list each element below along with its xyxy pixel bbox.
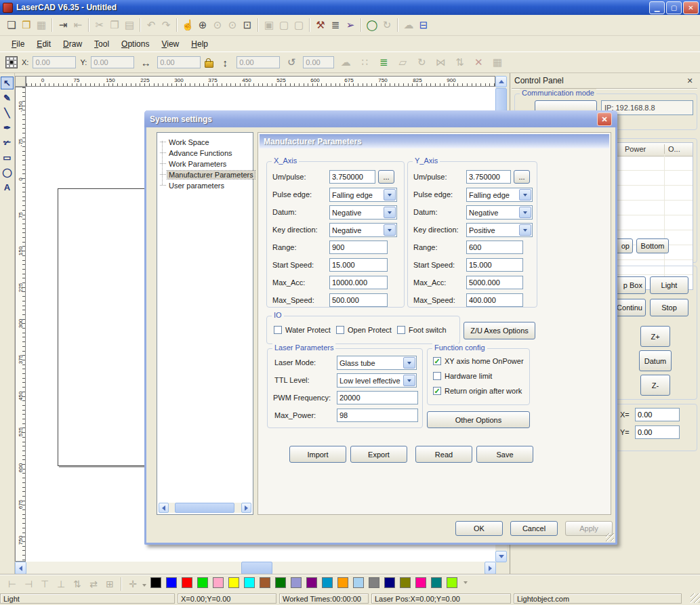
y-range-field[interactable] <box>466 241 523 254</box>
chevron-down-icon[interactable] <box>403 357 415 369</box>
tree-horizontal-scrollbar[interactable] <box>159 503 251 513</box>
color-swatch[interactable] <box>260 577 270 588</box>
bottom-button[interactable]: Bottom <box>636 238 669 253</box>
color-swatch[interactable] <box>400 577 411 588</box>
node-edit-icon[interactable]: ◯ <box>365 18 379 33</box>
tool-hammer-icon[interactable]: ⚒ <box>313 18 328 33</box>
tree-scroll-thumb[interactable] <box>175 503 234 513</box>
color-swatch[interactable] <box>275 577 286 588</box>
tree-item-work-space[interactable]: Work Space <box>160 137 211 147</box>
ttl-level-select[interactable]: Low level effective <box>337 373 417 388</box>
max-power-field[interactable] <box>337 409 418 422</box>
color-swatch[interactable] <box>322 577 333 588</box>
color-swatch[interactable] <box>291 577 302 588</box>
menu-help[interactable]: Help <box>185 37 214 51</box>
menu-options[interactable]: Options <box>115 37 155 51</box>
y-start-speed-field[interactable] <box>466 258 523 272</box>
menu-draw[interactable]: Draw <box>57 37 88 51</box>
horizontal-scroll-thumb[interactable] <box>241 562 272 575</box>
z-minus-button[interactable]: Z- <box>640 375 670 396</box>
color-swatch[interactable] <box>369 577 379 588</box>
tree-item-manufacturer-parameters[interactable]: Manufacturer Parameters <box>160 169 255 180</box>
dialog-title-bar[interactable]: System settings <box>144 110 617 127</box>
y-max-acc-field[interactable] <box>466 276 523 289</box>
maximize-button[interactable]: ▢ <box>666 1 682 14</box>
checkbox-box[interactable] <box>433 372 441 380</box>
zoom-in-out-icon[interactable]: ⊕ <box>195 18 210 33</box>
export-button[interactable]: Export <box>350 446 407 463</box>
anchor-grid-icon[interactable] <box>5 56 18 68</box>
ellipse-tool[interactable]: ◯ <box>1 166 14 179</box>
checkbox-box[interactable] <box>274 326 282 334</box>
lock-ratio-icon[interactable] <box>205 61 213 68</box>
menu-tool[interactable]: Tool <box>88 37 115 51</box>
dialog-close-button[interactable]: ✕ <box>597 112 612 126</box>
close-button[interactable]: ✕ <box>683 1 699 14</box>
dialog-resize-grip[interactable] <box>606 533 614 541</box>
x-range-field[interactable] <box>329 241 388 254</box>
x-start-speed-field[interactable] <box>329 258 388 272</box>
chevron-down-icon[interactable] <box>384 207 396 218</box>
open-protect-checkbox[interactable]: Open Protect <box>336 326 392 334</box>
checkbox-box[interactable] <box>397 326 405 334</box>
datum-button[interactable]: Datum <box>639 350 672 371</box>
pan-icon[interactable]: ☝ <box>180 18 195 33</box>
color-swatch[interactable] <box>337 577 348 588</box>
checkbox-box[interactable]: ✓ <box>433 357 441 365</box>
pen-tool[interactable]: ✒ <box>1 121 14 134</box>
cancel-button[interactable]: Cancel <box>510 521 558 536</box>
scroll-down-button[interactable] <box>495 551 507 562</box>
ok-button[interactable]: OK <box>455 521 503 536</box>
import-icon[interactable]: ⇥ <box>56 18 70 33</box>
color-swatch[interactable] <box>353 577 364 588</box>
foot-switch-checkbox[interactable]: Foot switch <box>397 326 447 334</box>
y-um-pulse-field[interactable] <box>466 170 511 184</box>
tree-item-work-parameters[interactable]: Work Parameters <box>160 159 228 169</box>
y-datum-select[interactable]: Negative <box>466 205 533 220</box>
monitor-icon[interactable]: ⊟ <box>416 18 431 33</box>
laser-mode-select[interactable]: Glass tube <box>337 356 417 370</box>
light-button[interactable]: Light <box>650 276 688 294</box>
xy-home-onpower-checkbox[interactable]: ✓XY axis home OnPower <box>433 357 524 365</box>
x-position-field[interactable] <box>33 56 76 68</box>
new-icon[interactable]: ❏ <box>4 18 19 33</box>
menu-file[interactable]: File <box>5 37 30 51</box>
other-options-button[interactable]: Other Options <box>427 411 530 428</box>
color-swatch[interactable] <box>228 577 239 588</box>
menu-edit[interactable]: Edit <box>30 37 57 51</box>
tree-item-user-parameters[interactable]: User parameters <box>160 180 226 190</box>
y-um-pulse-more-button[interactable]: ... <box>514 170 530 184</box>
color-swatch[interactable] <box>150 577 161 588</box>
color-swatch[interactable] <box>447 577 457 588</box>
y-pulse-edge-select[interactable]: Falling edge <box>466 188 533 202</box>
y-coord-field[interactable] <box>635 425 680 439</box>
chevron-down-icon[interactable] <box>384 224 396 236</box>
layers-icon[interactable]: ≣ <box>376 55 391 70</box>
horizontal-scrollbar[interactable] <box>15 562 496 575</box>
open-icon[interactable]: ❒ <box>19 18 34 33</box>
width-field[interactable] <box>157 56 201 68</box>
x-pulse-edge-select[interactable]: Falling edge <box>329 188 397 202</box>
minimize-button[interactable]: ▁ <box>649 1 665 14</box>
scroll-left-button[interactable] <box>15 562 26 575</box>
color-swatch[interactable] <box>415 577 426 588</box>
color-swatch[interactable] <box>166 577 177 588</box>
x-um-pulse-more-button[interactable]: ... <box>378 170 394 184</box>
tree-item-advance-functions[interactable]: Advance Functions <box>160 148 234 158</box>
color-swatch[interactable] <box>213 577 224 588</box>
chevron-down-icon[interactable] <box>384 189 396 201</box>
tree-scroll-left-button[interactable] <box>159 503 169 513</box>
scroll-right-button[interactable] <box>485 562 496 575</box>
zoom-page-icon[interactable]: ⊡ <box>240 18 255 33</box>
y-max-speed-field[interactable] <box>466 293 523 307</box>
param-list-icon[interactable]: ≣ <box>328 18 343 33</box>
line-tool[interactable]: ╲ <box>1 106 14 119</box>
node-select-icon[interactable]: ➢ <box>343 18 358 33</box>
x-key-direction-select[interactable]: Negative <box>329 223 397 237</box>
column-other[interactable]: O... <box>668 145 680 153</box>
window-resize-grip[interactable] <box>691 593 700 603</box>
palette-overflow-icon[interactable] <box>464 581 468 586</box>
x-um-pulse-field[interactable] <box>329 170 375 184</box>
column-power[interactable]: Power <box>625 145 646 153</box>
read-button[interactable]: Read <box>415 446 472 463</box>
